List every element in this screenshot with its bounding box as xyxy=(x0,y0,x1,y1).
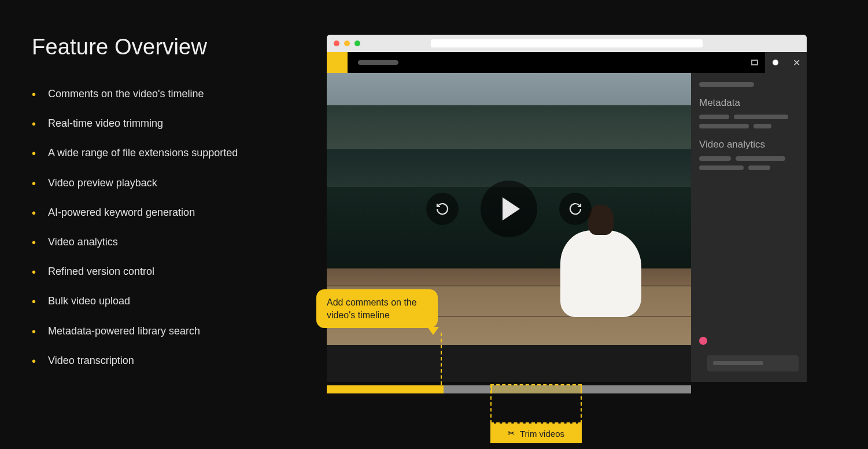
feature-item: Video preview playback xyxy=(32,168,304,198)
play-button[interactable] xyxy=(481,181,537,237)
window-maximize-icon[interactable] xyxy=(354,41,360,46)
feature-list: Comments on the video's timeline Real-ti… xyxy=(32,79,304,376)
close-icon[interactable]: ✕ xyxy=(786,52,807,73)
feature-item: A wide range of file extensions supporte… xyxy=(32,138,304,168)
analytics-heading: Video analytics xyxy=(699,139,799,150)
trim-callout-box xyxy=(490,384,582,424)
app-preview: ✕ xyxy=(327,35,839,382)
notification-icon[interactable] xyxy=(765,52,786,73)
feature-item: Video analytics xyxy=(32,227,304,257)
feature-item: Real-time video trimming xyxy=(32,109,304,138)
window-mode-icon[interactable] xyxy=(744,52,765,73)
metadata-placeholder xyxy=(734,115,789,119)
window-close-icon[interactable] xyxy=(334,41,339,46)
analytics-placeholder xyxy=(699,156,731,161)
app-frame: ✕ xyxy=(327,52,807,382)
play-icon xyxy=(503,197,520,220)
analytics-placeholder xyxy=(748,165,770,170)
comment-input[interactable] xyxy=(707,355,799,371)
feature-item: Refined version control xyxy=(32,257,304,286)
callout-connector xyxy=(441,333,442,385)
page-title: Feature Overview xyxy=(32,35,304,60)
comment-callout: Add comments on the video's timeline xyxy=(316,289,438,328)
metadata-placeholder xyxy=(699,115,729,119)
metadata-placeholder xyxy=(699,124,749,128)
timeline-progress xyxy=(327,385,444,393)
video-player-area xyxy=(327,73,691,382)
window-minimize-icon[interactable] xyxy=(344,41,350,46)
analytics-placeholder xyxy=(736,156,785,161)
feature-item: Comments on the video's timeline xyxy=(32,79,304,109)
feature-item: Bulk video upload xyxy=(32,286,304,316)
browser-window: ✕ xyxy=(327,35,807,382)
address-bar[interactable] xyxy=(431,39,703,47)
feature-overview-panel: Feature Overview Comments on the video's… xyxy=(32,35,304,382)
metadata-heading: Metadata xyxy=(699,97,799,109)
app-header: ✕ xyxy=(327,52,807,73)
trim-label-text: Trim videos xyxy=(520,429,564,439)
rewind-button[interactable] xyxy=(426,193,459,225)
feature-item: Metadata-powered library search xyxy=(32,316,304,346)
sidebar-placeholder xyxy=(699,82,754,87)
analytics-placeholder xyxy=(699,165,744,170)
trim-callout-label: ✂ Trim videos xyxy=(490,424,582,443)
forward-button[interactable] xyxy=(559,193,592,225)
video-sidebar: Metadata Video analytics xyxy=(691,73,807,382)
app-title-placeholder xyxy=(358,60,398,65)
scissors-icon: ✂ xyxy=(508,428,515,439)
feature-item: Video transcription xyxy=(32,346,304,376)
feature-item: AI-powered keyword generation xyxy=(32,198,304,227)
app-logo[interactable] xyxy=(327,52,348,73)
metadata-placeholder xyxy=(754,124,771,128)
comment-marker-icon[interactable] xyxy=(699,337,707,345)
browser-chrome xyxy=(327,35,807,52)
